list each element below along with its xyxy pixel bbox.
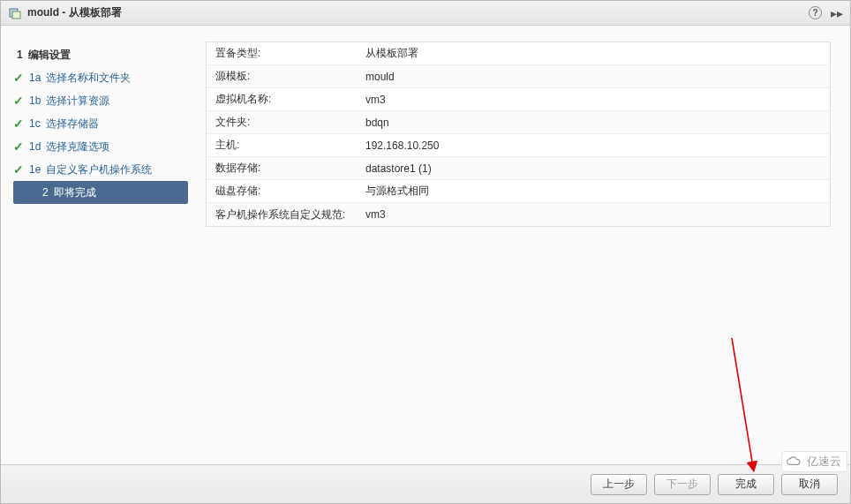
- cancel-button[interactable]: 取消: [781, 474, 838, 495]
- summary-value: 从模板部署: [357, 42, 427, 64]
- summary-row: 文件夹: bdqn: [207, 111, 830, 134]
- sidebar-step-label: 自定义客户机操作系统: [46, 162, 152, 177]
- finish-button[interactable]: 完成: [718, 474, 774, 495]
- summary-label: 置备类型:: [207, 42, 357, 64]
- wizard-sidebar: 1 编辑设置 ✓ 1a 选择名称和文件夹 ✓ 1b 选择计算资源 ✓ 1c 选择…: [1, 26, 195, 464]
- summary-row: 源模板: mould: [207, 65, 830, 88]
- svg-rect-1: [12, 11, 20, 19]
- summary-value: bdqn: [357, 113, 398, 132]
- summary-label: 虚拟机名称:: [207, 88, 357, 110]
- checkmark-icon: ✓: [13, 71, 26, 85]
- sidebar-step-1b[interactable]: ✓ 1b 选择计算资源: [1, 89, 195, 112]
- sidebar-step-label: 即将完成: [54, 185, 96, 200]
- summary-label: 数据存储:: [207, 157, 357, 179]
- title-bar: mould - 从模板部署 ? ▸▸: [1, 1, 850, 26]
- annotation-arrow-icon: [727, 335, 762, 476]
- summary-row: 主机: 192.168.10.250: [207, 134, 830, 157]
- sidebar-section-heading: 1 编辑设置: [1, 43, 195, 66]
- sidebar-step-label: 选择存储器: [46, 117, 99, 132]
- sidebar-step-label: 选择克隆选项: [46, 139, 109, 154]
- summary-label: 源模板:: [207, 65, 357, 87]
- summary-value: mould: [357, 67, 403, 87]
- summary-value: datastore1 (1): [357, 159, 441, 178]
- summary-row: 置备类型: 从模板部署: [207, 42, 830, 65]
- wizard-dialog: mould - 从模板部署 ? ▸▸ 1 编辑设置 ✓ 1a 选择名称和文件夹 …: [0, 0, 851, 504]
- sidebar-step-1a[interactable]: ✓ 1a 选择名称和文件夹: [1, 66, 195, 89]
- summary-label: 客户机操作系统自定义规范:: [207, 204, 357, 226]
- checkmark-icon: ✓: [13, 162, 26, 177]
- checkmark-icon: ✓: [13, 94, 26, 108]
- summary-row: 虚拟机名称: vm3: [207, 88, 830, 111]
- summary-row: 客户机操作系统自定义规范: vm3: [207, 203, 830, 226]
- dialog-title: mould - 从模板部署: [27, 5, 809, 20]
- checkmark-icon: ✓: [13, 117, 26, 131]
- summary-table: 置备类型: 从模板部署 源模板: mould 虚拟机名称: vm3 文件夹: b…: [206, 41, 831, 227]
- summary-value: vm3: [357, 205, 395, 224]
- sidebar-step-1c[interactable]: ✓ 1c 选择存储器: [1, 112, 195, 135]
- summary-row: 数据存储: datastore1 (1): [207, 157, 830, 180]
- wizard-footer: 上一步 下一步 完成 取消: [1, 464, 850, 503]
- summary-label: 主机:: [207, 134, 357, 156]
- back-button[interactable]: 上一步: [591, 474, 647, 495]
- sidebar-step-label: 选择计算资源: [46, 94, 109, 109]
- summary-row: 磁盘存储: 与源格式相同: [207, 180, 830, 203]
- help-icon[interactable]: ?: [809, 6, 822, 19]
- watermark: 亿速云: [781, 451, 847, 472]
- next-button[interactable]: 下一步: [654, 474, 711, 495]
- sidebar-step-label: 选择名称和文件夹: [46, 71, 131, 86]
- watermark-text: 亿速云: [807, 454, 841, 470]
- sidebar-step-1d[interactable]: ✓ 1d 选择克隆选项: [1, 135, 195, 158]
- expand-icon[interactable]: ▸▸: [831, 6, 843, 20]
- summary-value: 192.168.10.250: [357, 136, 448, 155]
- sidebar-step-1e[interactable]: ✓ 1e 自定义客户机操作系统: [1, 158, 195, 181]
- summary-value: vm3: [357, 90, 395, 109]
- summary-label: 磁盘存储:: [207, 180, 357, 202]
- sidebar-heading-label: 编辑设置: [28, 48, 71, 63]
- cloud-icon: [786, 455, 803, 468]
- wizard-content: 置备类型: 从模板部署 源模板: mould 虚拟机名称: vm3 文件夹: b…: [195, 26, 850, 464]
- dialog-body: 1 编辑设置 ✓ 1a 选择名称和文件夹 ✓ 1b 选择计算资源 ✓ 1c 选择…: [1, 26, 850, 464]
- svg-line-2: [732, 338, 753, 467]
- template-icon: [8, 6, 22, 20]
- checkmark-icon: ✓: [13, 139, 26, 154]
- summary-label: 文件夹:: [207, 111, 357, 133]
- summary-value: 与源格式相同: [357, 180, 438, 202]
- sidebar-step-finish[interactable]: ✓ 2 即将完成: [13, 181, 188, 204]
